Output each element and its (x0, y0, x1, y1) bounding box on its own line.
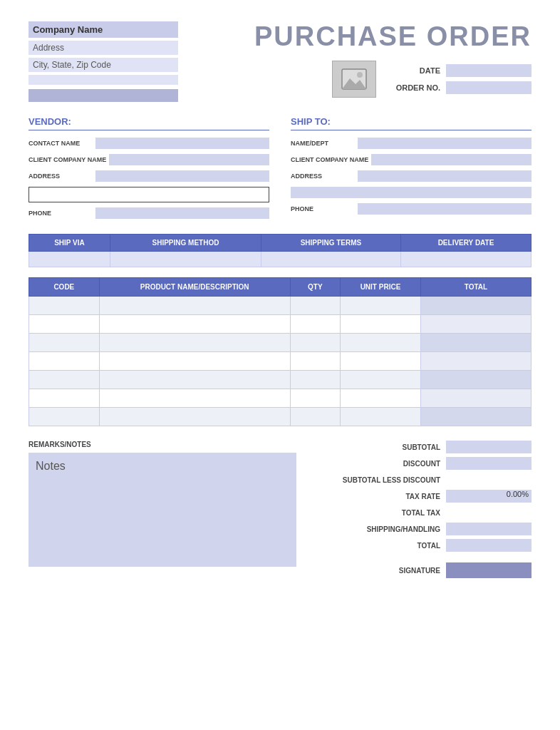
qty-cell[interactable] (290, 315, 341, 334)
desc-cell[interactable] (99, 371, 290, 389)
desc-cell[interactable] (99, 334, 290, 352)
logo-placeholder (332, 61, 376, 98)
vendor-company-label: CLIENT COMPANY NAME (28, 156, 106, 163)
code-cell[interactable] (29, 315, 100, 334)
ship-phone-input[interactable] (358, 203, 532, 215)
vendor-phone-row: PHONE (28, 207, 269, 219)
qty-cell[interactable] (290, 408, 341, 426)
desc-cell[interactable] (99, 352, 290, 371)
code-cell[interactable] (29, 389, 100, 408)
total-cell[interactable] (420, 315, 531, 334)
table-row (29, 315, 532, 334)
products-col-desc: PRODUCT NAME/DESCRIPTION (99, 278, 290, 297)
price-cell[interactable] (341, 371, 421, 389)
shipping-via-cell[interactable] (29, 252, 110, 267)
shipping-delivery-cell[interactable] (401, 252, 532, 267)
ship-name-input[interactable] (358, 138, 532, 149)
vendor-phone-label: PHONE (28, 210, 93, 217)
vendor-address-input[interactable] (95, 170, 269, 182)
table-row (29, 389, 532, 408)
shipping-handling-label: SHIPPING/HANDLING (333, 525, 440, 533)
vendor-address-row: ADDRESS (28, 170, 269, 182)
total-final-input[interactable] (446, 539, 532, 552)
total-cell[interactable] (420, 408, 531, 426)
vendor-address2-row (28, 187, 269, 202)
code-cell[interactable] (29, 297, 100, 315)
table-row (29, 334, 532, 352)
notes-block: REMARKS/NOTES Notes (28, 441, 296, 578)
ship-address-input[interactable] (358, 170, 532, 182)
date-label: DATE (390, 66, 440, 75)
products-col-total: TOTAL (420, 278, 531, 297)
total-cell[interactable] (420, 334, 531, 352)
price-cell[interactable] (341, 408, 421, 426)
date-order-area: DATE ORDER NO. (390, 64, 532, 94)
price-cell[interactable] (341, 334, 421, 352)
ship-address2-input[interactable] (291, 187, 532, 198)
company-extra1[interactable] (28, 75, 178, 85)
ship-company-label: CLIENT COMPANY NAME (291, 156, 368, 163)
desc-cell[interactable] (99, 408, 290, 426)
shipping-handling-input[interactable] (446, 523, 532, 535)
shipping-method-cell[interactable] (110, 252, 261, 267)
vendor-address2-input[interactable] (28, 187, 269, 202)
qty-cell[interactable] (290, 297, 341, 315)
price-cell[interactable] (341, 315, 421, 334)
code-cell[interactable] (29, 334, 100, 352)
ship-address2-row (291, 187, 532, 198)
signature-label: SIGNATURE (333, 567, 440, 575)
table-row (29, 352, 532, 371)
products-col-price: UNIT PRICE (341, 278, 421, 297)
qty-cell[interactable] (290, 334, 341, 352)
discount-input[interactable] (446, 457, 532, 470)
price-cell[interactable] (341, 297, 421, 315)
company-address[interactable]: Address (28, 41, 178, 55)
tax-rate-input[interactable]: 0.00% (446, 490, 532, 503)
total-tax-label: TOTAL TAX (333, 509, 440, 517)
shipping-terms-cell[interactable] (261, 252, 400, 267)
page-title: PURCHASE ORDER (254, 21, 532, 52)
ship-address-row: ADDRESS (291, 170, 532, 182)
ship-name-row: NAME/DEPT (291, 138, 532, 149)
company-name[interactable]: Company Name (28, 21, 178, 38)
date-input[interactable] (446, 64, 532, 77)
tax-rate-row: TAX RATE 0.00% (318, 490, 532, 503)
code-cell[interactable] (29, 371, 100, 389)
subtotal-input[interactable] (446, 441, 532, 453)
vendor-company-input[interactable] (109, 154, 269, 165)
date-row: DATE (390, 64, 532, 77)
total-tax-input[interactable] (446, 506, 532, 519)
company-extra2[interactable] (28, 89, 178, 102)
shipping-handling-row: SHIPPING/HANDLING (318, 523, 532, 535)
desc-cell[interactable] (99, 297, 290, 315)
signature-input[interactable] (446, 562, 532, 578)
vendor-phone-input[interactable] (95, 207, 269, 219)
price-cell[interactable] (341, 352, 421, 371)
ship-company-row: CLIENT COMPANY NAME (291, 154, 532, 165)
subtotal-less-input[interactable] (446, 473, 532, 486)
desc-cell[interactable] (99, 389, 290, 408)
bottom-section: REMARKS/NOTES Notes SUBTOTAL DISCOUNT SU… (28, 441, 532, 578)
total-cell[interactable] (420, 371, 531, 389)
code-cell[interactable] (29, 408, 100, 426)
products-table: CODE PRODUCT NAME/DESCRIPTION QTY UNIT P… (28, 277, 532, 426)
ship-company-input[interactable] (371, 154, 532, 165)
price-cell[interactable] (341, 389, 421, 408)
table-row (29, 408, 532, 426)
shipping-row (29, 252, 532, 267)
qty-cell[interactable] (290, 389, 341, 408)
notes-textarea[interactable]: Notes (28, 453, 296, 567)
desc-cell[interactable] (99, 315, 290, 334)
qty-cell[interactable] (290, 371, 341, 389)
total-cell[interactable] (420, 389, 531, 408)
subtotal-less-row: SUBTOTAL LESS DISCOUNT (318, 473, 532, 486)
total-cell[interactable] (420, 297, 531, 315)
code-cell[interactable] (29, 352, 100, 371)
company-city-state-zip[interactable]: City, State, Zip Code (28, 58, 178, 72)
vendor-contact-input[interactable] (95, 138, 269, 149)
total-cell[interactable] (420, 352, 531, 371)
table-row (29, 297, 532, 315)
ship-phone-row: PHONE (291, 203, 532, 215)
order-no-input[interactable] (446, 81, 532, 94)
qty-cell[interactable] (290, 352, 341, 371)
